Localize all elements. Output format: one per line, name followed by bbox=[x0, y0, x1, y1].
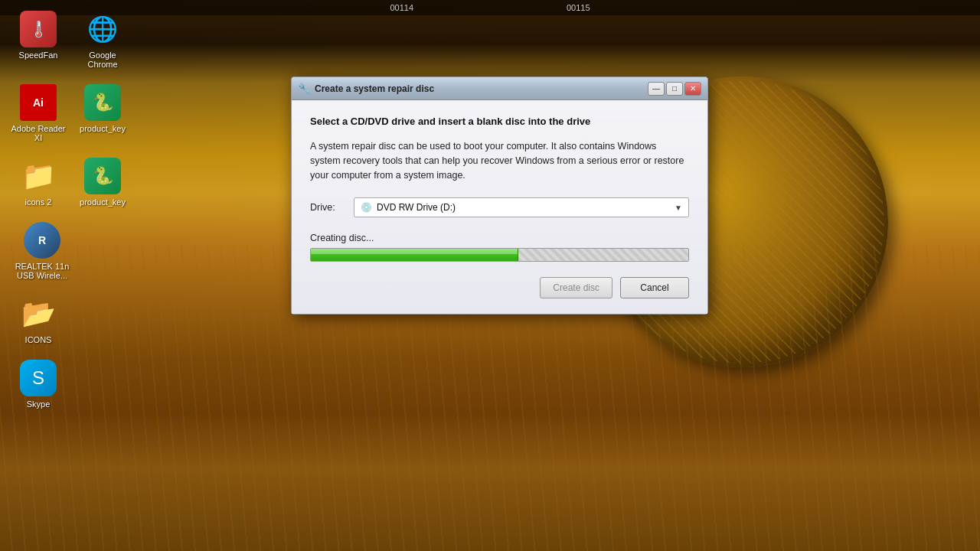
product-key-1-label: product_key bbox=[80, 124, 126, 133]
icon-row-2: 📁 icons 2 🐍 product_key bbox=[8, 155, 133, 216]
system-repair-dialog: 🔧 Create a system repair disc — □ ✕ Sele… bbox=[291, 77, 708, 315]
drive-select[interactable]: 💿 DVD RW Drive (D:) ▼ bbox=[354, 197, 689, 217]
desktop-icon-adobe[interactable]: Ai Adobe Reader XI bbox=[8, 81, 69, 145]
minimize-button[interactable]: — bbox=[648, 82, 665, 96]
icons2-folder-icon: 📁 bbox=[20, 158, 57, 194]
icon-row-3: R REALTEK 11n USB Wirele... bbox=[8, 219, 133, 289]
desktop-icon-product-key-2[interactable]: 🐍 product_key bbox=[72, 155, 133, 210]
progress-bar-container bbox=[310, 248, 689, 262]
desktop-icon-skype[interactable]: S Skype bbox=[8, 357, 69, 412]
icons2-label: icons 2 bbox=[25, 197, 52, 207]
maximize-button[interactable]: □ bbox=[666, 82, 683, 96]
drive-value-text: DVD RW Drive (D:) bbox=[377, 202, 456, 213]
drive-dropdown-arrow: ▼ bbox=[675, 204, 682, 212]
speedfan-label: SpeedFan bbox=[19, 51, 58, 60]
creating-disc-status: Creating disc... bbox=[310, 233, 689, 243]
desktop-icon-icons[interactable]: 📂 ICONS bbox=[8, 292, 69, 347]
adobe-icon: Ai bbox=[20, 84, 57, 121]
realtek-label: REALTEK 11n USB Wirele... bbox=[13, 262, 71, 280]
chrome-label: Google Chrome bbox=[75, 51, 130, 69]
status-item-1: 00114 bbox=[390, 3, 413, 12]
drive-select-wrapper: 💿 DVD RW Drive (D:) ▼ bbox=[354, 197, 689, 217]
icon-row-4: 📂 ICONS bbox=[8, 292, 133, 354]
progress-bar-remaining bbox=[518, 249, 688, 261]
drive-selection-row: Drive: 💿 DVD RW Drive (D:) ▼ bbox=[310, 197, 689, 217]
drive-select-value: 💿 DVD RW Drive (D:) bbox=[361, 202, 456, 213]
speedfan-icon: 🌡️ bbox=[20, 11, 57, 47]
desktop-icon-product-key-1[interactable]: 🐍 product_key bbox=[72, 81, 133, 145]
desktop-icon-icons2[interactable]: 📁 icons 2 bbox=[8, 155, 69, 210]
dialog-title-text: Create a system repair disc bbox=[315, 83, 648, 94]
dialog-title-icon: 🔧 bbox=[298, 83, 310, 95]
icon-row-1: Ai Adobe Reader XI 🐍 product_key bbox=[8, 81, 133, 152]
product-key-2-icon: 🐍 bbox=[84, 158, 121, 194]
desktop-icon-realtek[interactable]: R REALTEK 11n USB Wirele... bbox=[8, 219, 77, 283]
icons-label: ICONS bbox=[25, 335, 52, 344]
dialog-title-bar[interactable]: 🔧 Create a system repair disc — □ ✕ bbox=[292, 77, 707, 100]
create-disc-button[interactable]: Create disc bbox=[540, 277, 612, 298]
chrome-icon: 🌐 bbox=[84, 11, 121, 47]
window-controls: — □ ✕ bbox=[648, 82, 701, 96]
desktop-icon-speedfan[interactable]: 🌡️ SpeedFan bbox=[8, 8, 69, 72]
drive-field-label: Drive: bbox=[310, 202, 345, 213]
icons-folder-icon: 📂 bbox=[20, 295, 57, 332]
desktop-icons-area: 🌡️ SpeedFan 🌐 Google Chrome Ai Adobe Rea… bbox=[8, 8, 133, 421]
dialog-body: Select a CD/DVD drive and insert a blank… bbox=[292, 100, 707, 314]
product-key-1-icon: 🐍 bbox=[84, 84, 121, 121]
dialog-description: A system repair disc can be used to boot… bbox=[310, 139, 689, 182]
cancel-button[interactable]: Cancel bbox=[620, 277, 689, 298]
top-status-bar: 00114 00115 bbox=[0, 0, 980, 15]
skype-icon: S bbox=[20, 360, 57, 396]
progress-bar-fill bbox=[311, 249, 518, 261]
icon-row-0: 🌡️ SpeedFan 🌐 Google Chrome bbox=[8, 8, 133, 78]
product-key-2-label: product_key bbox=[80, 197, 126, 207]
status-item-2: 00115 bbox=[567, 3, 590, 12]
drive-disc-icon: 💿 bbox=[361, 202, 372, 213]
dialog-instruction: Select a CD/DVD drive and insert a blank… bbox=[310, 116, 689, 127]
desktop-icon-chrome[interactable]: 🌐 Google Chrome bbox=[72, 8, 133, 72]
skype-label: Skype bbox=[27, 399, 51, 409]
realtek-icon: R bbox=[24, 222, 60, 259]
adobe-label: Adobe Reader XI bbox=[11, 124, 66, 142]
close-button[interactable]: ✕ bbox=[684, 82, 701, 96]
icon-row-5: S Skype bbox=[8, 357, 133, 418]
dialog-action-buttons: Create disc Cancel bbox=[310, 277, 689, 298]
